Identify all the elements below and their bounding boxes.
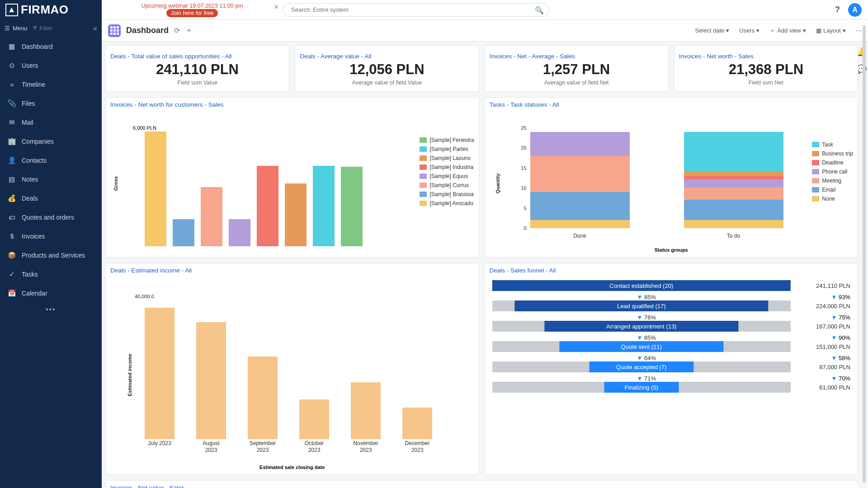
legend-item[interactable]: [Sample] Industria bbox=[420, 164, 474, 170]
menu-toggle[interactable]: ☰ Menu bbox=[5, 25, 28, 32]
collapse-icon[interactable]: « bbox=[93, 24, 97, 33]
sidebar-item-quotes and orders[interactable]: 🏷Quotes and orders bbox=[0, 208, 102, 227]
metric-title[interactable]: Invoices - Net worth - Sales bbox=[675, 49, 858, 61]
funnel-track[interactable]: Contact established (20) bbox=[492, 280, 791, 291]
help-icon[interactable]: ? bbox=[835, 5, 840, 14]
legend-item[interactable]: Task bbox=[812, 141, 853, 148]
sidebar-item-label: Companies bbox=[22, 138, 54, 145]
funnel-stage: Contact established (20) 241,110 PLN bbox=[492, 280, 851, 291]
sidebar-item-notes[interactable]: ▤Notes bbox=[0, 170, 102, 189]
users-icon: ⊙ bbox=[7, 61, 16, 70]
webinar-cta[interactable]: Join here for free bbox=[166, 9, 218, 17]
calendar-icon: 📅 bbox=[7, 289, 16, 297]
layout-button[interactable]: ▦ Layout ▾ bbox=[816, 27, 846, 34]
menu-label: Menu bbox=[13, 25, 28, 32]
x-cat: Done bbox=[530, 233, 630, 239]
sidebar-item-products and services[interactable]: 📦Products and Services bbox=[0, 246, 102, 265]
companies-icon: 🏢 bbox=[7, 137, 16, 145]
legend-item[interactable]: Email bbox=[812, 187, 853, 193]
legend-item[interactable]: Meeting bbox=[812, 178, 853, 184]
quotes and orders-icon: 🏷 bbox=[7, 214, 16, 221]
x-cat: December 2023 bbox=[402, 440, 432, 454]
sidebar-item-label: Products and Services bbox=[22, 252, 85, 259]
legend-item[interactable]: Phone call bbox=[812, 169, 853, 175]
funnel-delta: ▼ 93% bbox=[801, 294, 850, 300]
card-title[interactable]: Deals - Sales funnel - All bbox=[485, 263, 858, 276]
funnel-conversion: ▼ 64% bbox=[492, 355, 801, 361]
legend-item[interactable]: [Sample] Partes bbox=[420, 146, 474, 152]
metric-subtitle: Average value of field Value bbox=[295, 80, 478, 86]
funnel-track[interactable]: Finalizing (5) bbox=[492, 382, 791, 393]
webinar-link[interactable]: Upcoming webinar 19.07.2023 11:00 pm bbox=[141, 3, 243, 9]
legend-item[interactable]: [Sample] Laouno bbox=[420, 155, 474, 161]
sidebar-item-label: Contacts bbox=[22, 157, 47, 164]
legend-item[interactable]: None bbox=[812, 196, 853, 202]
sidebar-item-dashboard[interactable]: ▦Dashboard bbox=[0, 37, 102, 56]
sidebar-more[interactable]: ••• bbox=[0, 303, 102, 316]
card-title[interactable]: Deals - Estimated income - All bbox=[106, 263, 479, 276]
sidebar-item-mail[interactable]: ✉Mail bbox=[0, 113, 102, 132]
sidebar-item-timeline[interactable]: ≈Timeline bbox=[0, 75, 102, 94]
card-sales-funnel: Deals - Sales funnel - All Contact estab… bbox=[485, 263, 859, 475]
sidebar-item-calendar[interactable]: 📅Calendar bbox=[0, 284, 102, 303]
metric-value: 21,368 PLN bbox=[675, 61, 858, 78]
metric-title[interactable]: Deals - Average value - All bbox=[295, 49, 478, 61]
search-icon[interactable]: 🔍 bbox=[535, 6, 544, 14]
page-title: Dashboard bbox=[126, 26, 169, 35]
timeline-icon: ≈ bbox=[7, 81, 16, 89]
dashboard-toolbar: Dashboard ⟳ ＋ Select date ▾ Users ▾ ＋ Ad… bbox=[102, 20, 868, 42]
legend-item[interactable]: [Sample] Equus bbox=[420, 173, 474, 179]
y-axis-label: Quantity bbox=[495, 174, 500, 194]
legend-item[interactable]: Business trip bbox=[812, 150, 853, 157]
app-header: ▲FIRMAO Upcoming webinar 19.07.2023 11:0… bbox=[0, 0, 868, 20]
funnel-track[interactable]: Arranged appointment (13) bbox=[492, 321, 791, 332]
legend-item[interactable]: [Sample] Brassioa bbox=[420, 191, 474, 197]
add-tab-icon[interactable]: ＋ bbox=[185, 26, 193, 35]
sidebar-item-invoices[interactable]: ＄Invoices bbox=[0, 227, 102, 246]
funnel-track[interactable]: Quote sent (11) bbox=[492, 341, 791, 352]
card-title[interactable]: Invoices - Net worth for customers - Sal… bbox=[106, 98, 479, 110]
legend-item[interactable]: [Sample] Currus bbox=[420, 182, 474, 188]
metric-title[interactable]: Deals - Total value of sales opportuniti… bbox=[106, 49, 289, 61]
card-net-value: Invoices - Net value - Sales bbox=[105, 480, 858, 488]
funnel-value: 87,000 PLN bbox=[801, 364, 850, 371]
funnel-track[interactable]: Quote accepted (7) bbox=[492, 361, 791, 372]
legend-item[interactable]: Deadline bbox=[812, 160, 853, 166]
select-date-button[interactable]: Select date ▾ bbox=[695, 27, 729, 34]
dashboard-icon: ▦ bbox=[7, 42, 16, 51]
sidebar-item-users[interactable]: ⊙Users bbox=[0, 56, 102, 75]
filter-toggle[interactable]: ⧩ Filter bbox=[32, 25, 53, 32]
x-cat: August 2023 bbox=[196, 440, 226, 454]
sidebar-item-contacts[interactable]: 👤Contacts bbox=[0, 151, 102, 170]
contacts-icon: 👤 bbox=[7, 156, 16, 164]
refresh-icon[interactable]: ⟳ bbox=[174, 26, 180, 35]
chart-task-status: Quantity 2520151050 bbox=[485, 110, 858, 257]
mail-icon: ✉ bbox=[7, 118, 16, 127]
scrollbar[interactable] bbox=[863, 25, 866, 483]
sidebar-item-label: Files bbox=[22, 100, 35, 107]
close-icon[interactable]: ✕ bbox=[274, 4, 279, 10]
card-title[interactable]: Tasks - Task statuses - All bbox=[485, 98, 858, 110]
sidebar-item-files[interactable]: 📎Files bbox=[0, 94, 102, 113]
dashboard-icon bbox=[108, 24, 121, 37]
sidebar-item-companies[interactable]: 🏢Companies bbox=[0, 132, 102, 151]
card-estimated-income: Deals - Estimated income - All Estimated… bbox=[105, 263, 479, 475]
metric-title[interactable]: Invoices - Net - Average - Sales bbox=[485, 49, 668, 61]
legend-item[interactable]: [Sample] Fenestra bbox=[420, 137, 474, 143]
users-filter-button[interactable]: Users ▾ bbox=[739, 27, 760, 34]
sidebar-item-label: Users bbox=[22, 62, 38, 69]
search-input[interactable] bbox=[283, 3, 549, 17]
add-view-button[interactable]: ＋ Add view ▾ bbox=[769, 27, 806, 35]
funnel-track[interactable]: Lead qualified (17) bbox=[492, 300, 791, 311]
brand-logo[interactable]: ▲FIRMAO bbox=[0, 0, 102, 20]
legend-item[interactable]: [Sample] Avocado bbox=[420, 200, 474, 206]
funnel-value: 61,000 PLN bbox=[801, 384, 850, 391]
card-net-worth: Invoices - Net worth for customers - Sal… bbox=[105, 97, 479, 258]
funnel-conversion: ▼ 85% bbox=[492, 334, 801, 341]
more-icon[interactable]: ⋯ bbox=[856, 27, 862, 34]
card-title[interactable]: Invoices - Net value - Sales bbox=[106, 481, 858, 488]
avatar[interactable]: A bbox=[848, 3, 862, 17]
sidebar: ☰ Menu ⧩ Filter « ▦Dashboard⊙Users≈Timel… bbox=[0, 20, 102, 488]
sidebar-item-tasks[interactable]: ✓Tasks bbox=[0, 265, 102, 284]
sidebar-item-deals[interactable]: 💰Deals bbox=[0, 189, 102, 208]
